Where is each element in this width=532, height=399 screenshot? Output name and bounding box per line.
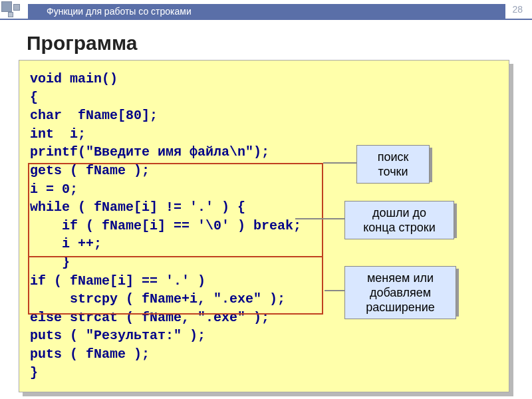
code-line: int i; <box>30 125 498 144</box>
slide-header: Функции для работы со строками 28 <box>0 0 532 20</box>
connector-line <box>325 290 344 291</box>
callout-line: точки <box>366 164 420 179</box>
code-line: puts ( "Результат:" ); <box>30 327 498 345</box>
connector-line <box>295 218 344 219</box>
code-line: { <box>30 88 498 107</box>
header-bar: Функции для работы со строками <box>28 4 505 19</box>
callout-line: поиск <box>366 150 420 164</box>
connector-line <box>323 162 356 164</box>
code-line: puts ( fName ); <box>30 345 498 364</box>
callout-line: меняем или <box>354 271 446 285</box>
callout-end-of-string: дошли до конца строки <box>344 201 454 239</box>
callout-line: дошли до <box>354 205 444 220</box>
code-area: void main() { char fName[80]; int i; pri… <box>19 60 511 392</box>
code-line: char fName[80]; <box>30 106 498 125</box>
callout-line: конца строки <box>354 220 444 235</box>
breadcrumb: Функции для работы со строками <box>47 6 192 17</box>
callout-line: расширение <box>354 300 446 315</box>
code-line: void main() <box>30 70 498 88</box>
code-line: } <box>30 364 498 382</box>
callout-change-extension: меняем или добавляем расширение <box>344 266 456 319</box>
page-number: 28 <box>512 4 523 15</box>
callout-search-dot: поиск точки <box>356 145 430 184</box>
page-title: Программа <box>27 32 532 55</box>
callout-line: добавляем <box>354 285 446 300</box>
